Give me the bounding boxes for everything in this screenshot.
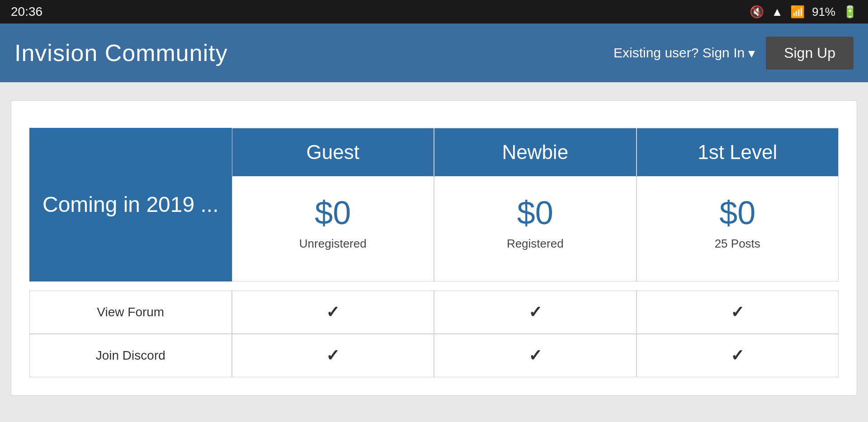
sign-up-button[interactable]: Sign Up <box>766 37 854 70</box>
feature-check-1stlevel-view-forum: ✓ <box>637 291 839 334</box>
checkmark-icon: ✓ <box>528 303 542 322</box>
sign-in-link[interactable]: Existing user? Sign In ▾ <box>613 45 755 61</box>
tier-card-coming: Coming in 2019 ... <box>29 128 232 281</box>
tier-subtitle-guest: Unregistered <box>241 237 425 251</box>
feature-row-join-discord: Join Discord ✓ ✓ ✓ <box>29 334 839 377</box>
checkmark-icon: ✓ <box>731 303 744 322</box>
tier-header-newbie: Newbie <box>434 128 636 176</box>
status-time: 20:36 <box>11 5 42 19</box>
tier-price-1st-level: $0 <box>646 194 830 231</box>
sign-in-label: Existing user? Sign In <box>613 45 745 61</box>
tier-subtitle-1st-level: 25 Posts <box>646 237 830 251</box>
signal-icon: 📶 <box>790 5 805 19</box>
tier-card-newbie: Newbie $0 Registered <box>434 128 637 281</box>
navbar-actions: Existing user? Sign In ▾ Sign Up <box>613 37 854 70</box>
wifi-icon: ▲ <box>771 5 783 19</box>
tier-header-1st-level: 1st Level <box>637 128 839 176</box>
site-title: Invision Community <box>14 39 228 66</box>
checkmark-icon: ✓ <box>326 346 340 365</box>
feature-table: View Forum ✓ ✓ ✓ Join Discord ✓ ✓ <box>29 291 839 377</box>
tier-header-guest: Guest <box>232 128 434 176</box>
feature-check-newbie-join-discord: ✓ <box>434 334 637 377</box>
checkmark-icon: ✓ <box>326 303 340 322</box>
navbar: Invision Community Existing user? Sign I… <box>0 23 868 82</box>
status-icons: 🔇 ▲ 📶 91% 🔋 <box>750 5 857 19</box>
chevron-down-icon: ▾ <box>748 45 755 61</box>
feature-label-view-forum: View Forum <box>29 291 232 334</box>
tier-body-newbie: $0 Registered <box>434 176 636 267</box>
checkmark-icon: ✓ <box>528 346 542 365</box>
tier-price-newbie: $0 <box>443 194 627 231</box>
tier-subtitle-newbie: Registered <box>443 237 627 251</box>
feature-check-guest-join-discord: ✓ <box>232 334 434 377</box>
feature-check-newbie-view-forum: ✓ <box>434 291 637 334</box>
pricing-container: Coming in 2019 ... Guest $0 Unregistered… <box>11 100 857 396</box>
feature-check-1stlevel-join-discord: ✓ <box>637 334 839 377</box>
checkmark-icon: ✓ <box>731 346 744 365</box>
coming-text: Coming in 2019 ... <box>33 180 228 229</box>
battery-icon: 🔋 <box>843 5 857 19</box>
feature-row-view-forum: View Forum ✓ ✓ ✓ <box>29 291 839 334</box>
mute-icon: 🔇 <box>750 5 764 19</box>
tier-body-1st-level: $0 25 Posts <box>637 176 839 267</box>
tier-card-guest: Guest $0 Unregistered <box>232 128 434 281</box>
feature-check-guest-view-forum: ✓ <box>232 291 434 334</box>
tier-price-guest: $0 <box>241 194 425 231</box>
tier-card-1st-level: 1st Level $0 25 Posts <box>637 128 839 281</box>
status-bar: 20:36 🔇 ▲ 📶 91% 🔋 <box>0 0 868 23</box>
battery-label: 91% <box>812 5 835 19</box>
feature-label-join-discord: Join Discord <box>29 334 232 377</box>
pricing-grid: Coming in 2019 ... Guest $0 Unregistered… <box>29 128 839 281</box>
tier-body-guest: $0 Unregistered <box>232 176 434 267</box>
main-content: Coming in 2019 ... Guest $0 Unregistered… <box>0 82 868 414</box>
